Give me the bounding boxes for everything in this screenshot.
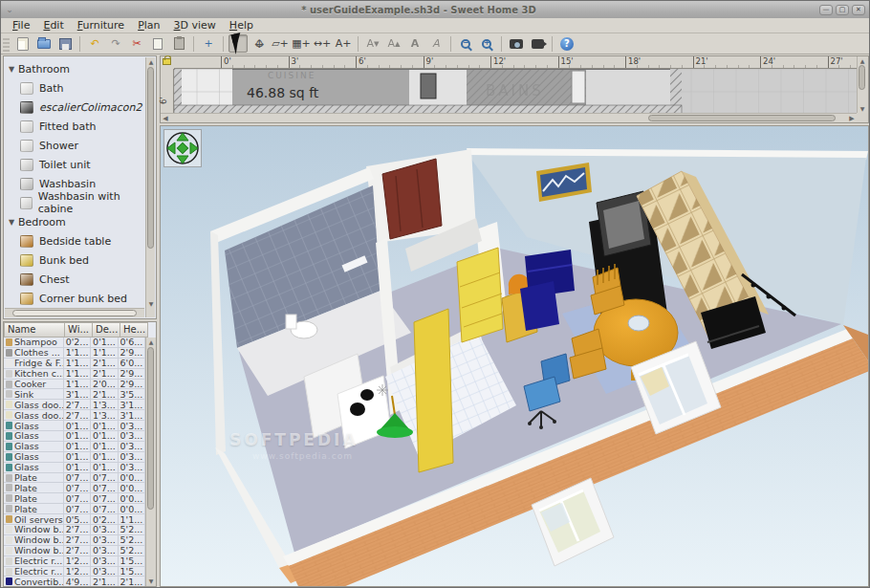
catalog-item-fitted-bath[interactable]: Fitted bath — [5, 117, 145, 136]
create-video-button[interactable] — [528, 34, 547, 53]
help-button[interactable]: ? — [557, 34, 576, 53]
zoom-in-button[interactable]: + — [477, 34, 496, 53]
create-walls-button[interactable]: ▱+ — [271, 34, 290, 53]
create-rooms-button[interactable]: ▦+ — [292, 34, 311, 53]
table-row[interactable]: Window b...2'7...0'3...5'2... — [4, 546, 145, 556]
cell-value: 0'2... — [91, 514, 118, 524]
plan-canvas[interactable]: CUISINE 46.88 sq ft BAINS — [174, 69, 857, 113]
new-home-button[interactable] — [13, 34, 33, 53]
create-photo-button[interactable] — [507, 34, 526, 53]
catalog-item-bedside-table[interactable]: Bedside table — [5, 231, 145, 250]
catalog-item-bath[interactable]: Bath — [5, 78, 145, 98]
close-button[interactable]: ✕ — [852, 5, 865, 15]
add-furniture-button[interactable]: + — [199, 34, 218, 53]
menu-edit[interactable]: Edit — [37, 19, 69, 32]
column-header-wi[interactable]: Wi... — [65, 322, 93, 338]
scroll-down-icon[interactable]: ▼ — [146, 299, 156, 308]
catalog-scroll-thumb[interactable] — [147, 67, 154, 249]
table-row[interactable]: Plate0'7...0'7...0'0... — [4, 473, 145, 484]
table-row[interactable]: Convertib...4'9...2'1...2'1... — [4, 577, 145, 586]
scroll-up-icon[interactable]: ▲ — [146, 338, 156, 346]
table-row[interactable]: Cooker1'1...2'0...2'9... — [4, 380, 145, 390]
scroll-up-icon[interactable]: ▲ — [858, 56, 867, 65]
table-row[interactable]: Fridge & F...1'1...2'1...6'0... — [4, 359, 145, 369]
3d-view-panel[interactable]: SOFTPEDIA www.softpedia.com — [160, 125, 869, 587]
collapse-triangle-icon[interactable]: ▼ — [5, 65, 18, 74]
window-menu-icon[interactable]: ⌄ — [1, 1, 18, 18]
minimize-button[interactable]: — — [819, 5, 833, 15]
catalog-item-chest[interactable]: Chest — [5, 270, 145, 289]
scroll-down-icon[interactable]: ▼ — [146, 577, 156, 585]
catalog-item-toilet-unit[interactable]: Toilet unit — [5, 155, 145, 174]
row-thumbnail-icon — [6, 557, 12, 565]
table-row[interactable]: Clothes ...1'1...1'1...2'9... — [4, 348, 145, 359]
redo-icon: ↷ — [111, 38, 120, 49]
plan-hscroll-thumb[interactable] — [648, 115, 837, 121]
table-row[interactable]: Shampoo0'2...0'1...0'6... — [4, 338, 145, 348]
open-home-button[interactable] — [34, 34, 54, 53]
catalog-category-bathroom[interactable]: ▼Bathroom — [5, 59, 145, 78]
catalog-item-washbasin-with-cabine[interactable]: Washbasin with cabine — [5, 193, 145, 212]
table-row[interactable]: Plate0'7...0'7...0'0... — [4, 493, 145, 504]
catalog-item-bunk-bed[interactable]: Bunk bed — [5, 250, 145, 270]
table-row[interactable]: Window b...2'7...0'3...5'2... — [4, 535, 145, 546]
redo-button[interactable]: ↷ — [106, 34, 125, 53]
table-row[interactable]: Plate0'7...0'7...0'0... — [4, 483, 145, 493]
table-row[interactable]: Electric r...1'2...0'3...1'5... — [4, 567, 145, 577]
paste-button[interactable] — [169, 34, 188, 53]
catalog-vertical-scrollbar[interactable]: ▲ ▼ — [145, 57, 155, 317]
menu-help[interactable]: Help — [224, 19, 259, 32]
add-texts-button[interactable]: A+ — [334, 34, 353, 53]
table-row[interactable]: Glass0'1...0'1...0'3... — [4, 421, 145, 431]
collapse-triangle-icon[interactable]: ▼ — [5, 218, 18, 227]
zoom-out-button[interactable]: − — [456, 34, 475, 53]
table-vertical-scrollbar[interactable]: ▲ ▼ — [145, 338, 156, 586]
scroll-up-icon[interactable]: ▲ — [146, 57, 156, 66]
table-row[interactable]: Plate0'7...0'7...0'0... — [4, 504, 145, 514]
table-row[interactable]: Glass0'1...0'1...0'3... — [4, 463, 145, 473]
table-row[interactable]: Glass doo...2'7...1'3...3'1... — [4, 400, 145, 410]
maximize-button[interactable]: ▢ — [836, 5, 849, 15]
plan-vertical-scrollbar[interactable]: ▲ ▼ — [857, 56, 868, 113]
menu-3d-view[interactable]: 3D view — [168, 19, 222, 32]
catalog-horizontal-scrollbar[interactable] — [5, 308, 144, 317]
catalog-hscroll-thumb[interactable] — [12, 310, 137, 316]
catalog-item-corner-bunk-bed[interactable]: Corner bunk bed — [5, 289, 145, 308]
column-header-name[interactable]: Name — [4, 322, 65, 338]
toolbar-grip[interactable] — [3, 36, 10, 52]
catalog-item-escaliercolimacon2[interactable]: escalierColimacon2 — [5, 98, 145, 117]
column-header-de[interactable]: De... — [93, 322, 120, 338]
table-row[interactable]: Glass0'1...0'1...0'3... — [4, 431, 145, 442]
title-bar[interactable]: ⌄ * userGuideExample.sh3d - Sweet Home 3… — [1, 1, 869, 18]
plan-vscroll-thumb[interactable] — [859, 65, 865, 90]
table-row[interactable]: Glass0'1...0'1...0'3... — [4, 452, 145, 463]
save-home-button[interactable] — [55, 34, 75, 53]
undo-button[interactable]: ↶ — [85, 34, 104, 53]
table-row[interactable]: Glass0'1...0'1...0'3... — [4, 442, 145, 452]
column-header-he[interactable]: He... — [120, 322, 148, 338]
select-button[interactable] — [228, 34, 248, 53]
table-row[interactable]: Sink3'1...2'1...3'5... — [4, 389, 145, 400]
menu-file[interactable]: File — [7, 19, 35, 32]
table-row[interactable]: Window b...2'7...0'3...5'2... — [4, 525, 145, 535]
table-row[interactable]: Glass doo...2'7...1'3...3'1... — [4, 410, 145, 421]
catalog-item-shower[interactable]: Shower — [5, 136, 145, 155]
plan-horizontal-scrollbar[interactable]: ◀ ▶ — [161, 113, 857, 122]
scroll-down-icon[interactable]: ▼ — [858, 104, 867, 113]
navigation-compass[interactable] — [163, 129, 202, 167]
scroll-right-icon[interactable]: ▶ — [847, 114, 857, 123]
copy-button[interactable] — [148, 34, 167, 53]
table-scroll-thumb[interactable] — [147, 347, 154, 510]
row-thumbnail-icon — [6, 474, 12, 482]
create-dimensions-button[interactable]: ↔+ — [313, 34, 332, 53]
menu-furniture[interactable]: Furniture — [72, 19, 130, 32]
scroll-left-icon[interactable]: ◀ — [161, 114, 170, 123]
plan-view-panel[interactable]: 0'3'6'9'12'15'18'21'24'27' ▲ ▼ 6' — [160, 55, 869, 123]
cut-button[interactable]: ✂ — [127, 34, 146, 53]
table-row[interactable]: Kitchen c...1'1...2'1...2'9... — [4, 369, 145, 380]
table-row[interactable]: Oil servers0'5...0'2...1'1... — [4, 514, 145, 525]
table-row[interactable]: Electric r...1'2...0'3...1'5... — [4, 556, 145, 567]
menu-plan[interactable]: Plan — [132, 19, 165, 32]
catalog-category-bedroom[interactable]: ▼Bedroom — [5, 212, 145, 231]
pan-button[interactable]: ↔↕ — [250, 34, 269, 53]
